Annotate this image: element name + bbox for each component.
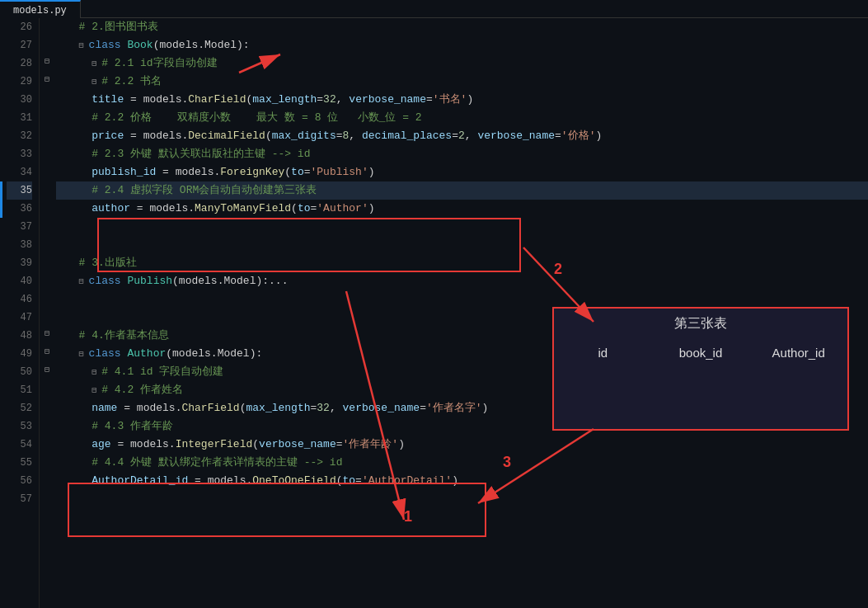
line-26: 26 — [7, 18, 32, 36]
code-line-31: # 2.2 价格 双精度小数 最大 数 = 8 位 小数_位 = 2 — [56, 109, 868, 127]
code-line-54: age = models.IntegerField(verbose_name='… — [56, 436, 868, 454]
code-line-30: title = models.CharField(max_length=32, … — [56, 91, 868, 109]
code-line-55: # 4.4 外键 默认绑定作者表详情表的主键 --> id — [56, 454, 868, 472]
code-line-39: # 3.出版社 — [56, 254, 868, 272]
line-50: 50 — [7, 363, 32, 381]
fold-icon-28[interactable]: ⊟ — [45, 54, 49, 67]
code-line-36: author = models.ManyToManyField(to='Auth… — [56, 200, 868, 218]
code-line-29: ⊟# 2.2 书名 — [56, 73, 868, 91]
line-47: 47 — [7, 309, 32, 327]
line-30: 30 — [7, 91, 32, 109]
code-line-37 — [56, 218, 868, 236]
line-57: 57 — [7, 490, 32, 508]
line-34: 34 — [7, 163, 32, 181]
code-line-53: # 4.3 作者年龄 — [56, 417, 868, 436]
line-29: 29 — [7, 73, 32, 91]
line-55: 55 — [7, 454, 32, 472]
line-51: 51 — [7, 381, 32, 399]
code-line-48: # 4.作者基本信息 — [56, 327, 868, 345]
code-line-28: ⊟# 2.1 id字段自动创建 — [56, 54, 868, 73]
fold-icon-51[interactable]: ⊟ — [45, 363, 49, 375]
line-39: 39 — [7, 254, 32, 272]
line-31: 31 — [7, 109, 32, 127]
fold-icon-49[interactable]: ⊟ — [45, 327, 49, 339]
code-line-40: ⊟class Publish(models.Model):... — [56, 272, 868, 290]
code-area: # 2.图书图书表 ⊟class Book(models.Model): ⊟# … — [56, 18, 868, 608]
line-27: 27 — [7, 36, 32, 54]
code-line-47 — [56, 309, 868, 327]
code-line-35: # 2.4 虚拟字段 ORM会自动自动创建第三张表 — [56, 181, 868, 200]
line-40: 40 — [7, 272, 32, 290]
line-36: 36 — [7, 200, 32, 218]
line-33: 33 — [7, 145, 32, 163]
line-numbers: 26 27 28 29 30 31 32 33 34 35 36 37 38 3… — [0, 18, 40, 608]
line-53: 53 — [7, 417, 32, 436]
scroll-indicator — [0, 181, 2, 218]
code-line-51: ⊟# 4.2 作者姓名 — [56, 381, 868, 399]
fold-icon-29[interactable]: ⊟ — [45, 73, 49, 85]
code-line-34: publish_id = models.ForeignKey(to='Publi… — [56, 163, 868, 181]
tab-bar: models.py — [0, 0, 868, 18]
editor-container: models.py 26 27 28 29 30 31 32 33 34 35 … — [0, 0, 868, 608]
line-35: 35 — [7, 181, 32, 200]
line-52: 52 — [7, 399, 32, 417]
code-line-32: price = models.DecimalField(max_digits=8… — [56, 127, 868, 145]
line-46: 46 — [7, 290, 32, 309]
code-line-33: # 2.3 外键 默认关联出版社的主键 --> id — [56, 145, 868, 163]
code-line-49: ⊟class Author(models.Model): — [56, 345, 868, 363]
line-28: 28 — [7, 54, 32, 73]
line-48: 48 — [7, 327, 32, 345]
line-32: 32 — [7, 127, 32, 145]
line-38: 38 — [7, 236, 32, 254]
code-line-52: name = models.CharField(max_length=32, v… — [56, 399, 868, 417]
code-line-27: ⊟class Book(models.Model): — [56, 36, 868, 54]
code-line-26: # 2.图书图书表 — [56, 18, 868, 36]
code-line-38 — [56, 236, 868, 254]
fold-column: ⊟ ⊟ ⊟ ⊟ ⊟ — [40, 18, 56, 608]
code-line-56: AuthorDetail_id = models.OneToOneField(t… — [56, 472, 868, 490]
line-56: 56 — [7, 472, 32, 490]
line-49: 49 — [7, 345, 32, 363]
main-content: 26 27 28 29 30 31 32 33 34 35 36 37 38 3… — [0, 18, 868, 608]
code-line-46 — [56, 290, 868, 309]
line-54: 54 — [7, 436, 32, 454]
code-line-50: ⊟# 4.1 id 字段自动创建 — [56, 363, 868, 381]
line-37: 37 — [7, 218, 32, 236]
tab-models[interactable]: models.py — [0, 0, 81, 18]
code-line-57 — [56, 490, 868, 508]
fold-icon-50[interactable]: ⊟ — [45, 345, 49, 357]
